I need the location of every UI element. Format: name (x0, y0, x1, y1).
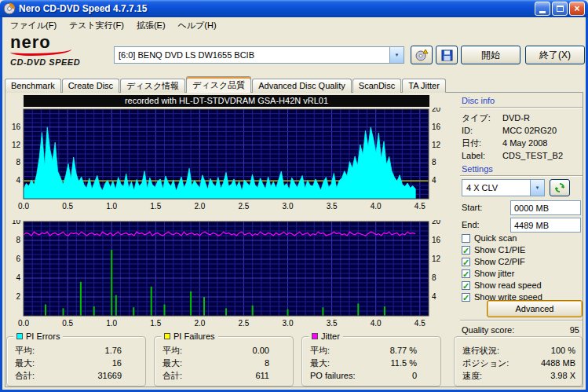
tab-ディスク品質[interactable]: ディスク品質 (186, 76, 251, 93)
quality-score-row: Quality score: 95 (462, 325, 579, 335)
eject-disc-button[interactable] (411, 46, 433, 64)
logo-product: CD-DVD SPEED (10, 57, 112, 67)
legend-label: PI Failures (173, 332, 215, 341)
chevron-down-icon[interactable]: ▼ (530, 180, 544, 196)
checkbox-show-read-speed[interactable]: ✓Show read speed (462, 280, 583, 291)
tick-label: 3.0 (283, 202, 294, 211)
stat-label: 平均: (15, 345, 35, 357)
menu-bar: ファイル(F)テスト実行(F)拡張(E)ヘルプ(H) (2, 17, 586, 33)
tick-label: 0.5 (62, 319, 73, 328)
speed-select[interactable]: 4 X CLV ▼ (462, 179, 545, 196)
pi-errors-stat-rows: 平均:1.76最大:16合計:31669 (7, 337, 145, 382)
title-bar[interactable]: Nero CD-DVD Speed 4.7.7.15 × (0, 0, 588, 17)
refresh-icon (554, 182, 565, 193)
end-field[interactable] (510, 218, 581, 233)
checkbox-icon: ✓ (462, 293, 470, 302)
pi-failures-statbox: PI Failures 平均:0.00最大:8合計:611 (154, 336, 294, 387)
drive-select-value: [6:0] BENQ DVD LS DW1655 BCIB (115, 50, 389, 60)
tab-advanced-disc-quality[interactable]: Advanced Disc Quality (252, 79, 352, 93)
tick-label: 1.0 (106, 202, 117, 211)
tick-label: 3.5 (327, 319, 338, 328)
save-icon (441, 49, 453, 61)
tab-ta-jitter[interactable]: TA Jitter (402, 79, 446, 93)
tab-benchmark[interactable]: Benchmark (5, 79, 61, 93)
tick-label: 0.0 (18, 202, 29, 211)
maximize-icon (557, 5, 564, 12)
tab-ディスク情報[interactable]: ディスク情報 (120, 79, 185, 93)
close-button[interactable]: × (569, 2, 585, 16)
checkbox-quick-scan[interactable]: Quick scan (462, 233, 583, 244)
stat-label: 最大: (15, 357, 35, 369)
minimize-button[interactable] (535, 2, 550, 16)
disc-info-label: 日付: (462, 137, 502, 149)
checkbox-label: Show C2/PIF (474, 257, 525, 266)
progress-rows: 進行状況:100 %ポジション:4488 MB速度:3.98 X (455, 337, 582, 382)
advanced-button[interactable]: Advanced (487, 300, 583, 317)
tick-label: 1.0 (106, 319, 117, 328)
stat-label: 最大: (163, 357, 182, 369)
jitter-legend: Jitter (309, 332, 343, 341)
checkbox-label: Show read speed (474, 280, 542, 290)
tick-label: 20 (432, 108, 441, 113)
exit-button[interactable]: 終了(X) (525, 46, 585, 64)
checkbox-show-c2-pif[interactable]: ✓Show C2/PIF (462, 256, 583, 267)
pi-errors-chart: 481216481216200.00.51.01.52.02.53.03.54.… (6, 108, 460, 213)
menu-item[interactable]: ファイル(F) (4, 18, 63, 33)
checkbox-icon: ✓ (462, 281, 470, 290)
progress-value: 3.98 X (550, 371, 575, 380)
stat-label: 平均: (310, 345, 330, 357)
tick-label: 2.0 (194, 319, 205, 328)
jitter-chart: 246810481216200.00.51.01.52.02.53.03.54.… (6, 220, 460, 330)
start-field-label: Start: (462, 203, 482, 212)
disc-info-row: 日付:4 May 2008 (462, 137, 581, 149)
tick-label: 16 (432, 123, 441, 131)
jitter-swatch (312, 333, 318, 339)
tick-label: 0.5 (62, 202, 73, 211)
checkbox-show-jitter[interactable]: ✓Show jitter (462, 268, 583, 279)
disc-info-row: Label:CDS_TEST_B2 (462, 149, 581, 162)
stat-label: 平均: (163, 345, 182, 357)
tick-label: 12 (432, 141, 441, 149)
tab-scandisc[interactable]: ScanDisc (352, 79, 401, 93)
disc-info-value: 4 May 2008 (502, 138, 547, 148)
menu-item[interactable]: 拡張(E) (130, 18, 172, 33)
tick-label: 8 (432, 158, 436, 167)
disc-info-value: MCC 02RG20 (502, 126, 557, 135)
eject-disc-icon (415, 49, 429, 61)
save-button[interactable] (436, 46, 458, 64)
chevron-down-icon[interactable]: ▼ (389, 47, 404, 63)
app-icon (3, 2, 16, 15)
checkbox-label: Show jitter (474, 269, 514, 278)
maximize-button[interactable] (552, 2, 568, 16)
start-field[interactable] (510, 200, 581, 215)
progress-row: 速度:3.98 X (462, 369, 575, 382)
stat-row: 最大:16 (15, 357, 122, 369)
start-button[interactable]: 開始 (461, 46, 520, 64)
tick-label: 1.5 (150, 319, 161, 328)
stat-row: 平均:8.77 % (310, 344, 417, 357)
tick-label: 4 (16, 176, 20, 185)
tick-label: 12 (432, 255, 441, 263)
progress-row: 進行状況:100 % (462, 344, 575, 357)
menu-item[interactable]: ヘルプ(H) (172, 18, 223, 33)
progress-statbox: 進行状況:100 %ポジション:4488 MB速度:3.98 X (454, 336, 583, 387)
refresh-button[interactable] (550, 179, 570, 196)
disc-info-title: Disc info (462, 96, 495, 105)
drive-select[interactable]: [6:0] BENQ DVD LS DW1655 BCIB ▼ (114, 46, 404, 64)
stat-value: 611 (255, 371, 269, 380)
tick-label: 20 (432, 220, 441, 225)
pi-errors-swatch (16, 333, 23, 339)
checkbox-show-c1-pie[interactable]: ✓Show C1/PIE (462, 244, 583, 255)
progress-value: 100 % (551, 346, 575, 355)
jitter-stat-rows: 平均:8.77 %最大:11.5 %PO failures:0 (302, 337, 440, 382)
menu-item[interactable]: テスト実行(F) (63, 18, 130, 33)
tab-create-disc[interactable]: Create Disc (62, 79, 119, 93)
tick-label: 4.0 (371, 319, 382, 328)
separator (460, 320, 583, 321)
settings-title: Settings (462, 164, 493, 174)
checkbox-icon (462, 234, 470, 243)
tick-label: 1.5 (150, 202, 161, 211)
stat-row: 合計:31669 (15, 369, 122, 382)
stat-value: 8.77 % (390, 346, 417, 355)
disc-info-row: タイプ:DVD-R (462, 112, 581, 124)
